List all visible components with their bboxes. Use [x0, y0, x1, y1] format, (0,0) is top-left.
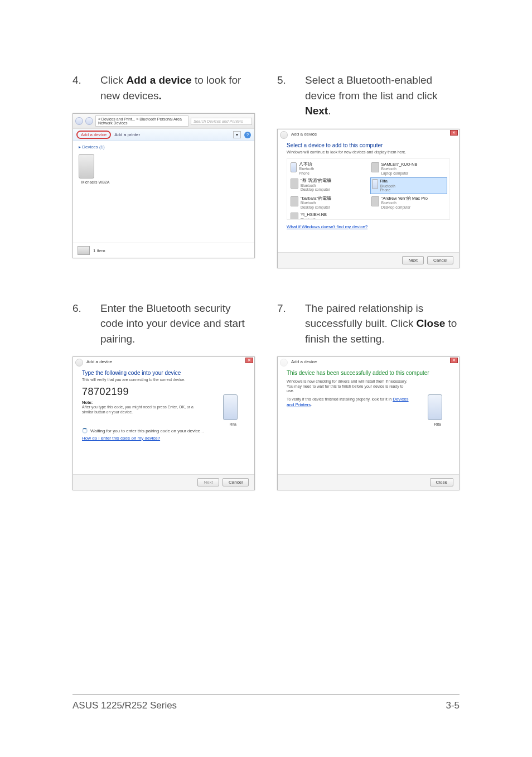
step-4-text: Click Add a device to look for new devic…	[100, 73, 255, 103]
device-name: Michael's WB2A	[79, 180, 112, 184]
step-5: 5. Select a Bluetooth-enabled device fro…	[277, 73, 460, 119]
step-7: 7. The paired relationship is successful…	[277, 301, 460, 347]
waiting-status: Waiting for you to enter this pairing co…	[82, 428, 245, 433]
device-item[interactable]: RitaBluetoothPhone	[370, 177, 448, 194]
close-button[interactable]: Close	[430, 478, 453, 486]
next-button: Next	[197, 478, 219, 486]
device-kind: Phone	[299, 171, 314, 175]
footer-page-number: 3-5	[446, 700, 460, 711]
screenshot-devices-printers: « Devices and Print... » Bluetooth Perso…	[72, 113, 255, 258]
device-kind: Desktop computer	[301, 187, 331, 191]
note-text: After you type this code, you might need…	[82, 405, 194, 414]
device-name: "蔡 筑湄"的電腦	[301, 179, 331, 184]
step-5-number: 5.	[277, 73, 289, 119]
device-icon	[291, 196, 298, 206]
next-button[interactable]: Next	[402, 256, 423, 264]
device-item[interactable]: YI_HSIEH-NBBluetooth	[289, 211, 367, 219]
device-icon	[428, 394, 442, 420]
toolbar: Add a device Add a printer ▾ ?	[73, 129, 254, 141]
device-tech: Bluetooth	[381, 201, 428, 205]
device-icon	[291, 162, 297, 172]
device-tech: Bluetooth	[381, 167, 418, 171]
help-link[interactable]: What if Windows doesn't find my device?	[287, 224, 367, 229]
device-icon[interactable]	[79, 154, 94, 179]
device-icon	[371, 196, 379, 206]
device-item[interactable]: "barbara"的電腦BluetoothDesktop computer	[289, 195, 367, 211]
device-tech: Bluetooth	[380, 184, 395, 188]
device-kind: Desktop computer	[381, 205, 428, 209]
device-name: Rita	[380, 179, 395, 184]
help-icon[interactable]: ?	[244, 132, 251, 138]
screenshot-pairing-code: ✕ Add a device Type the following code i…	[72, 356, 255, 490]
back-icon[interactable]	[75, 359, 83, 367]
device-kind: Laptop computer	[381, 171, 418, 175]
add-printer-button[interactable]: Add a printer	[114, 132, 140, 137]
verify-text: This will verify that you are connecting…	[82, 378, 245, 382]
pairing-code: 78702199	[82, 386, 245, 398]
footer-product: ASUS 1225/R252 Series	[72, 700, 177, 711]
step-7-number: 7.	[277, 301, 289, 347]
dialog-footer: Next Cancel	[73, 474, 254, 490]
device-name: "barbara"的電腦	[301, 196, 331, 201]
device-tech: Bluetooth	[301, 184, 331, 187]
status-bar: 1 item	[73, 243, 254, 258]
device-item[interactable]: "蔡 筑湄"的電腦BluetoothDesktop computer	[289, 177, 367, 194]
dialog-heading: Select a device to add to this computer	[287, 142, 450, 148]
device-item[interactable]: 八不诒BluetoothPhone	[289, 161, 367, 177]
note-label: Note:	[82, 400, 245, 405]
device-caption: Rita	[434, 422, 441, 426]
step-6-text: Enter the Bluetooth security code into y…	[100, 301, 255, 347]
device-caption: Rita	[230, 422, 236, 426]
status-icon	[78, 246, 90, 255]
device-name: "Andrew Yeh"的 Mac Pro	[381, 196, 428, 201]
dialog-footer: Close	[278, 474, 459, 490]
spinner-icon	[82, 428, 88, 433]
back-icon[interactable]	[280, 131, 288, 139]
device-list: 八不诒BluetoothPhoneSAMLEI7_KUO-NBBluetooth…	[287, 158, 450, 220]
devices-section-title: ▸ Devices (1)	[79, 144, 249, 150]
dialog-heading: Type the following code into your device	[82, 370, 245, 376]
cancel-button[interactable]: Cancel	[223, 478, 249, 486]
device-item[interactable]: "Andrew Yeh"的 Mac ProBluetoothDesktop co…	[370, 195, 448, 211]
add-device-button[interactable]: Add a device	[76, 131, 111, 139]
step-4: 4. Click Add a device to look for new de…	[72, 73, 255, 103]
success-line2: To verify if this device finished instal…	[287, 397, 409, 407]
view-icon[interactable]: ▾	[233, 131, 241, 138]
step-6-number: 6.	[72, 301, 85, 347]
dialog-footer: Next Cancel	[278, 252, 459, 268]
step-5-text: Select a Bluetooth-enabled device from t…	[305, 73, 460, 119]
device-icon	[291, 179, 298, 189]
screenshot-success: ✕ Add a device This device has been succ…	[277, 356, 460, 490]
device-tech: Bluetooth	[301, 201, 331, 205]
dialog-title: Add a device	[73, 357, 254, 367]
help-link[interactable]: How do I enter this code on my device?	[82, 436, 160, 441]
device-name: 八不诒	[299, 162, 314, 167]
step-6: 6. Enter the Bluetooth security code int…	[72, 301, 255, 347]
dialog-subheading: Windows will continue to look for new de…	[287, 150, 450, 154]
device-item[interactable]: SAMLEI7_KUO-NBBluetoothLaptop computer	[370, 161, 448, 177]
device-icon	[223, 394, 238, 420]
screenshot-select-device: ✕ Add a device Select a device to add to…	[277, 129, 460, 268]
device-kind: Phone	[380, 188, 395, 192]
nav-back-icon[interactable]	[75, 117, 83, 125]
device-tech: Bluetooth	[299, 167, 314, 171]
dialog-title: Add a device	[278, 129, 459, 139]
device-icon	[372, 179, 378, 189]
search-input[interactable]: Search Devices and Printers	[191, 118, 252, 125]
step-7-text: The paired relationship is successfully …	[305, 301, 460, 347]
device-kind: Desktop computer	[301, 205, 331, 209]
success-line1: Windows is now checking for drivers and …	[287, 379, 409, 393]
nav-forward-icon[interactable]	[85, 117, 93, 125]
address-bar: « Devices and Print... » Bluetooth Perso…	[73, 114, 254, 129]
dialog-title: Add a device	[278, 357, 459, 367]
device-icon	[371, 162, 379, 172]
step-4-number: 4.	[72, 73, 85, 103]
content-area: ▸ Devices (1) Michael's WB2A	[73, 141, 254, 243]
address-path[interactable]: « Devices and Print... » Bluetooth Perso…	[95, 115, 188, 127]
cancel-button[interactable]: Cancel	[427, 256, 453, 264]
status-text: 1 item	[93, 248, 105, 253]
device-tech: Bluetooth	[301, 218, 327, 220]
dialog-heading: This device has been successfully added …	[287, 370, 450, 376]
device-icon	[291, 213, 298, 219]
device-name: SAMLEI7_KUO-NB	[381, 162, 418, 167]
